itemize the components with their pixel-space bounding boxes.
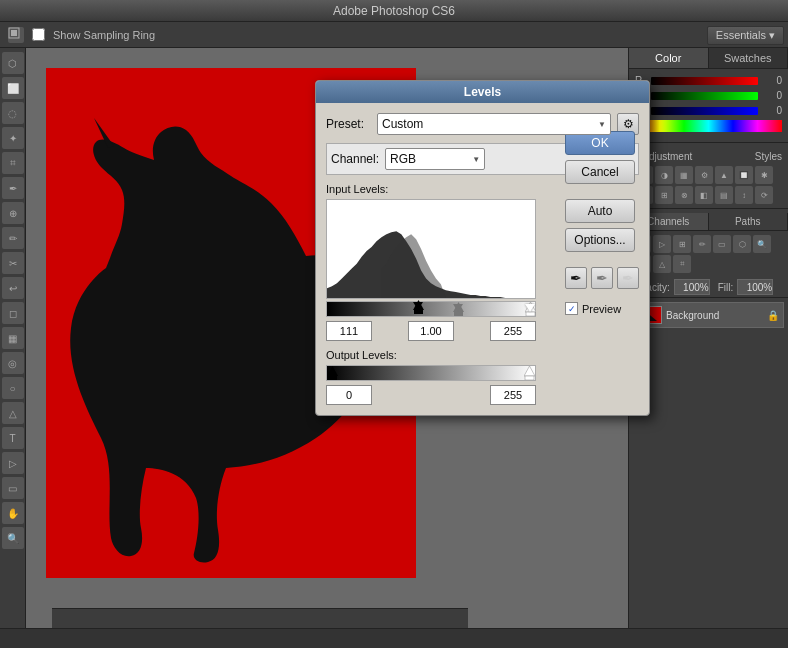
svg-rect-1 bbox=[11, 30, 17, 36]
adj-icon-3[interactable]: ▦ bbox=[675, 166, 693, 184]
healing-tool[interactable]: ⊕ bbox=[2, 202, 24, 224]
fill-input[interactable] bbox=[737, 279, 773, 295]
output-min-field[interactable] bbox=[326, 385, 372, 405]
green-value: 0 bbox=[762, 90, 782, 101]
adj-icon-7[interactable]: ✱ bbox=[755, 166, 773, 184]
options-button[interactable]: Options... bbox=[565, 228, 635, 252]
svg-marker-8 bbox=[453, 302, 464, 312]
pen-tool[interactable]: △ bbox=[2, 402, 24, 424]
eraser-tool[interactable]: ◻ bbox=[2, 302, 24, 324]
blue-value: 0 bbox=[762, 105, 782, 116]
ch-tool-6[interactable]: ⬡ bbox=[733, 235, 751, 253]
histogram-container bbox=[326, 199, 536, 299]
paths-tab[interactable]: Paths bbox=[709, 213, 789, 230]
magic-wand-tool[interactable]: ✦ bbox=[2, 127, 24, 149]
ch-tool-4[interactable]: ✏ bbox=[693, 235, 711, 253]
color-spectrum[interactable] bbox=[635, 120, 782, 132]
preview-label: Preview bbox=[582, 303, 621, 315]
red-slider[interactable] bbox=[651, 77, 758, 85]
zoom-tool[interactable]: 🔍 bbox=[2, 527, 24, 549]
adj-icon-5[interactable]: ▲ bbox=[715, 166, 733, 184]
history-tool[interactable]: ↩ bbox=[2, 277, 24, 299]
preview-checkbox[interactable]: ✓ bbox=[565, 302, 578, 315]
left-toolbar: ⬡ ⬜ ◌ ✦ ⌗ ✒ ⊕ ✏ ✂ ↩ ◻ ▦ ◎ ○ △ T ▷ ▭ ✋ 🔍 bbox=[0, 48, 26, 648]
output-levels-section: Output Levels: bbox=[326, 349, 639, 405]
ch-tool-3[interactable]: ⊞ bbox=[673, 235, 691, 253]
hand-tool[interactable]: ✋ bbox=[2, 502, 24, 524]
adj-icon-6[interactable]: 🔲 bbox=[735, 166, 753, 184]
adj-icon-4[interactable]: ⚙ bbox=[695, 166, 713, 184]
blue-slider[interactable] bbox=[651, 107, 758, 115]
white-output-handle[interactable] bbox=[524, 366, 535, 383]
adj-icon-2[interactable]: ◑ bbox=[655, 166, 673, 184]
preset-select[interactable]: Custom ▼ bbox=[377, 113, 611, 135]
ch-tool-2[interactable]: ▷ bbox=[653, 235, 671, 253]
green-color-row: G 0 bbox=[635, 90, 782, 101]
essentials-button[interactable]: Essentials ▾ bbox=[707, 26, 784, 45]
preset-select-arrow: ▼ bbox=[598, 120, 606, 129]
type-tool[interactable]: T bbox=[2, 427, 24, 449]
eyedropper-tool[interactable]: ✒ bbox=[2, 177, 24, 199]
black-eyedropper[interactable]: ✒ bbox=[565, 267, 587, 289]
color-tab[interactable]: Color bbox=[629, 48, 709, 68]
black-input-handle[interactable] bbox=[413, 300, 424, 316]
layer-name: Background bbox=[666, 310, 763, 321]
crop-tool[interactable]: ⌗ bbox=[2, 152, 24, 174]
adj-icon-11[interactable]: ◧ bbox=[695, 186, 713, 204]
black-output-handle[interactable] bbox=[327, 366, 338, 383]
adj-icon-10[interactable]: ⊗ bbox=[675, 186, 693, 204]
channels-tabs: Channels Paths bbox=[629, 213, 788, 231]
ch-tool-9[interactable]: △ bbox=[653, 255, 671, 273]
shape-tool[interactable]: ▭ bbox=[2, 477, 24, 499]
ch-tool-7[interactable]: 🔍 bbox=[753, 235, 771, 253]
adjustments-header: n adjustment Styles bbox=[635, 151, 782, 162]
output-max-field[interactable] bbox=[490, 385, 536, 405]
white-input-handle[interactable] bbox=[525, 302, 536, 318]
auto-button[interactable]: Auto bbox=[565, 199, 635, 223]
input-min-field[interactable] bbox=[326, 321, 372, 341]
background-layer[interactable]: Background 🔒 bbox=[633, 302, 784, 328]
gray-eyedropper[interactable]: ✒ bbox=[591, 267, 613, 289]
dodge-tool[interactable]: ○ bbox=[2, 377, 24, 399]
marquee-tool[interactable]: ⬜ bbox=[2, 77, 24, 99]
adj-icon-12[interactable]: ▤ bbox=[715, 186, 733, 204]
move-tool[interactable]: ⬡ bbox=[2, 52, 24, 74]
ch-tool-10[interactable]: ⌗ bbox=[673, 255, 691, 273]
opacity-row: Opacity: Fill: bbox=[629, 277, 788, 297]
mid-input-handle[interactable] bbox=[453, 302, 464, 318]
input-mid-field[interactable] bbox=[408, 321, 454, 341]
adjustments-section: n adjustment Styles ☀ ◑ ▦ ⚙ ▲ 🔲 ✱ ⋯ ⊞ ⊗ … bbox=[629, 147, 788, 208]
input-slider-track[interactable] bbox=[326, 301, 536, 317]
preview-row[interactable]: ✓ Preview bbox=[565, 302, 639, 315]
white-eyedropper[interactable]: ✒ bbox=[617, 267, 639, 289]
adjustment-icons: ☀ ◑ ▦ ⚙ ▲ 🔲 ✱ ⋯ ⊞ ⊗ ◧ ▤ ↕ ⟳ bbox=[635, 166, 782, 204]
blur-tool[interactable]: ◎ bbox=[2, 352, 24, 374]
adj-icon-13[interactable]: ↕ bbox=[735, 186, 753, 204]
layer-lock-icon: 🔒 bbox=[767, 310, 779, 321]
green-slider[interactable] bbox=[651, 92, 758, 100]
channels-section: Channels Paths T ▷ ⊞ ✏ ▭ ⬡ 🔍 ✒ △ ⌗ bbox=[629, 208, 788, 277]
brush-tool[interactable]: ✏ bbox=[2, 227, 24, 249]
gradient-tool[interactable]: ▦ bbox=[2, 327, 24, 349]
opacity-input[interactable] bbox=[674, 279, 710, 295]
svg-rect-13 bbox=[328, 376, 337, 380]
swatches-tab[interactable]: Swatches bbox=[709, 48, 789, 68]
path-select-tool[interactable]: ▷ bbox=[2, 452, 24, 474]
adj-icon-9[interactable]: ⊞ bbox=[655, 186, 673, 204]
adj-icon-14[interactable]: ⟳ bbox=[755, 186, 773, 204]
color-panel: R 0 G 0 B 0 bbox=[629, 69, 788, 138]
ch-tool-5[interactable]: ▭ bbox=[713, 235, 731, 253]
toolbar-icon-1[interactable] bbox=[8, 27, 24, 43]
channel-select[interactable]: RGB ▼ bbox=[385, 148, 485, 170]
input-values-row bbox=[326, 321, 536, 341]
lasso-tool[interactable]: ◌ bbox=[2, 102, 24, 124]
color-swatches-tabs: Color Swatches bbox=[629, 48, 788, 69]
input-max-field[interactable] bbox=[490, 321, 536, 341]
dialog-title-bar: Levels bbox=[316, 81, 649, 103]
sampling-ring-checkbox[interactable] bbox=[32, 28, 45, 41]
cancel-button[interactable]: Cancel bbox=[565, 160, 635, 184]
output-slider-track[interactable] bbox=[326, 365, 536, 381]
svg-marker-12 bbox=[327, 366, 338, 376]
clone-tool[interactable]: ✂ bbox=[2, 252, 24, 274]
levels-dialog: Levels OK Cancel Auto Options... ✒ ✒ ✒ ✓… bbox=[315, 80, 650, 416]
